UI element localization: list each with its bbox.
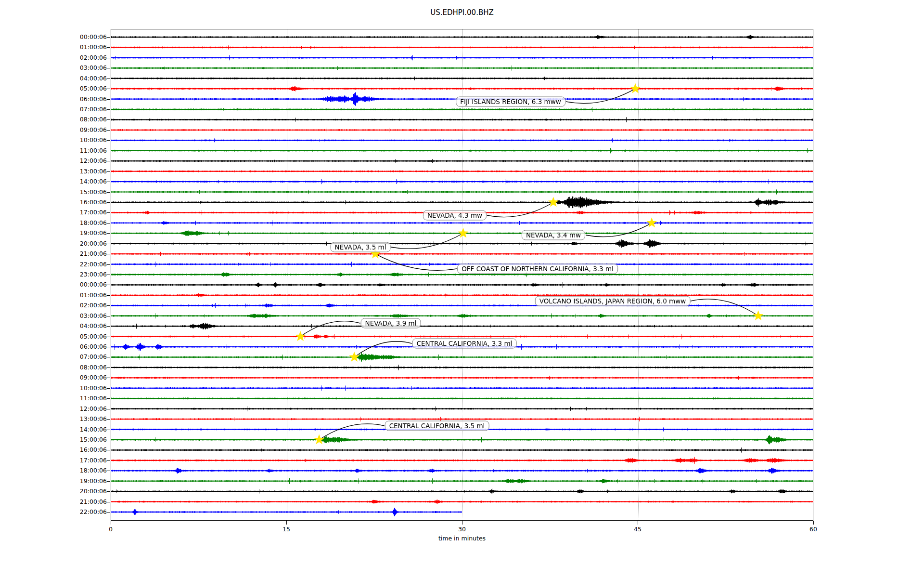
event-annotation-label: NEVADA, 3.4 mw (522, 230, 585, 240)
seismogram-trace-canvas (0, 0, 924, 578)
event-annotation-label: NEVADA, 3.5 ml (331, 242, 391, 252)
event-annotation-label: NEVADA, 4.3 mw (423, 210, 487, 221)
event-annotation-label: FIJI ISLANDS REGION, 6.3 mww (456, 97, 565, 107)
event-annotation-label: OFF COAST OF NORTHERN CALIFORNIA, 3.3 ml (457, 264, 618, 274)
event-annotation-label: CENTRAL CALIFORNIA, 3.5 ml (385, 421, 489, 431)
event-annotation-label: CENTRAL CALIFORNIA, 3.3 ml (412, 339, 517, 349)
event-annotation-label: VOLCANO ISLANDS, JAPAN REGION, 6.0 mww (535, 296, 691, 306)
helicorder-figure: US.EDHPI.00.BHZ time in minutes 00:00:06… (0, 0, 924, 578)
event-annotation-label: NEVADA, 3.9 ml (361, 318, 421, 328)
